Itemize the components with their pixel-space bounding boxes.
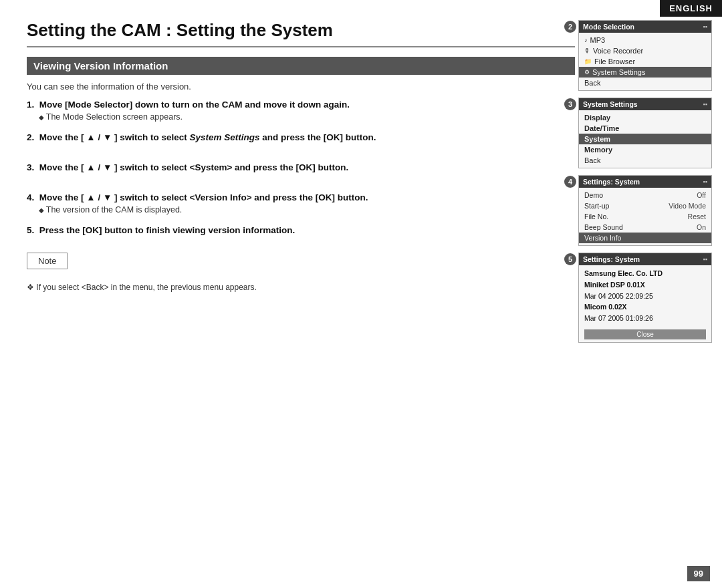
menu-display: Display bbox=[579, 112, 711, 123]
ui-card-settings-system: 4 Settings: System ▪▪ Demo Off Start-up … bbox=[578, 175, 712, 246]
row-beep: Beep Sound On bbox=[579, 222, 711, 233]
footnote: If you select <Back> in the menu, the pr… bbox=[27, 283, 575, 292]
step-1-sub: The Mode Selection screen appears. bbox=[39, 112, 575, 122]
card-4-header: 5 Settings: System ▪▪ bbox=[579, 253, 711, 265]
version-line-0: Samsung Elec. Co. LTD bbox=[584, 268, 706, 279]
card-2-step-num: 3 bbox=[564, 98, 576, 110]
card-2-body: Display Date/Time System Memory Back bbox=[579, 110, 711, 168]
card-3-body: Demo Off Start-up Video Mode File No. Re… bbox=[579, 188, 711, 245]
main-content: Setting the CAM : Setting the System Vie… bbox=[27, 20, 575, 548]
version-line-3: Micom 0.02X bbox=[584, 301, 706, 313]
intro-text: You can see the information of the versi… bbox=[27, 82, 575, 92]
step-4-sub: The version of the CAM is displayed. bbox=[39, 205, 575, 214]
right-panel: 2 Mode Selection ▪▪ ♪ MP3 🎙 Voice Record… bbox=[578, 20, 712, 343]
card-1-body: ♪ MP3 🎙 Voice Recorder 📁 File Browser ⚙ … bbox=[579, 33, 711, 90]
version-info-body: Samsung Elec. Co. LTD Miniket DSP 0.01X … bbox=[579, 265, 711, 327]
row-fileno: File No. Reset bbox=[579, 211, 711, 222]
menu-mp3: ♪ MP3 bbox=[579, 35, 711, 45]
close-button[interactable]: Close bbox=[584, 329, 706, 339]
card-3-step-num: 4 bbox=[564, 176, 576, 188]
step-4: 4. Move the [ ▲ / ▼ ] switch to select <… bbox=[27, 192, 575, 214]
version-line-2: Mar 04 2005 22:09:25 bbox=[584, 291, 706, 302]
card-2-header: 3 System Settings ▪▪ bbox=[579, 98, 711, 110]
card-4-icons: ▪▪ bbox=[703, 256, 707, 263]
ui-card-version-info: 5 Settings: System ▪▪ Samsung Elec. Co. … bbox=[578, 253, 712, 343]
english-badge: ENGLISH bbox=[660, 0, 722, 17]
step-2-italic: System Settings bbox=[190, 132, 260, 142]
card-3-header: 4 Settings: System ▪▪ bbox=[579, 176, 711, 188]
step-5: 5. Press the [OK] button to finish viewi… bbox=[27, 225, 575, 235]
row-demo: Demo Off bbox=[579, 190, 711, 200]
menu-file-browser: 📁 File Browser bbox=[579, 56, 711, 67]
step-1-num: 1. bbox=[27, 100, 34, 110]
step-3-num: 3. bbox=[27, 162, 34, 172]
step-3-main: 3. Move the [ ▲ / ▼ ] switch to select <… bbox=[27, 162, 575, 172]
card-1-header: 2 Mode Selection ▪▪ bbox=[579, 21, 711, 33]
note-box: Note bbox=[27, 253, 68, 269]
voice-icon: 🎙 bbox=[584, 47, 590, 54]
version-line-4: Mar 07 2005 01:09:26 bbox=[584, 313, 706, 324]
row-startup: Start-up Video Mode bbox=[579, 200, 711, 211]
menu-system: System bbox=[579, 134, 711, 144]
step-1: 1. Move [Mode Selector] down to turn on … bbox=[27, 100, 575, 122]
step-4-main: 4. Move the [ ▲ / ▼ ] switch to select <… bbox=[27, 192, 575, 202]
row-version-info: Version Info bbox=[579, 233, 711, 243]
step-5-num: 5. bbox=[27, 225, 34, 235]
version-line-1: Miniket DSP 0.01X bbox=[584, 279, 706, 291]
menu-back-1: Back bbox=[579, 78, 711, 88]
step-2-num: 2. bbox=[27, 132, 34, 142]
menu-voice-recorder: 🎙 Voice Recorder bbox=[579, 45, 711, 56]
step-2: 2. Move the [ ▲ / ▼ ] switch to select S… bbox=[27, 132, 575, 142]
folder-icon: 📁 bbox=[584, 58, 592, 65]
menu-datetime: Date/Time bbox=[579, 123, 711, 134]
step-5-main: 5. Press the [OK] button to finish viewi… bbox=[27, 225, 575, 235]
menu-back-2: Back bbox=[579, 155, 711, 166]
ui-card-mode-selection: 2 Mode Selection ▪▪ ♪ MP3 🎙 Voice Record… bbox=[578, 20, 712, 91]
card-1-icons: ▪▪ bbox=[703, 23, 707, 30]
settings-icon-1: ⚙ bbox=[584, 69, 590, 76]
page-number: 99 bbox=[687, 566, 710, 581]
card-4-step-num: 5 bbox=[564, 253, 576, 265]
page-title: Setting the CAM : Setting the System bbox=[27, 20, 575, 47]
step-2-main: 2. Move the [ ▲ / ▼ ] switch to select S… bbox=[27, 132, 575, 142]
step-1-main: 1. Move [Mode Selector] down to turn on … bbox=[27, 100, 575, 110]
card-1-step-num: 2 bbox=[564, 21, 576, 33]
mp3-icon: ♪ bbox=[584, 37, 588, 43]
section-header: Viewing Version Information bbox=[27, 57, 575, 75]
step-4-num: 4. bbox=[27, 192, 34, 202]
ui-card-system-settings: 3 System Settings ▪▪ Display Date/Time S… bbox=[578, 98, 712, 168]
menu-system-settings: ⚙ System Settings bbox=[579, 67, 711, 78]
card-3-icons: ▪▪ bbox=[703, 178, 707, 185]
step-3: 3. Move the [ ▲ / ▼ ] switch to select <… bbox=[27, 162, 575, 172]
menu-memory: Memory bbox=[579, 144, 711, 155]
card-2-icons: ▪▪ bbox=[703, 101, 707, 108]
